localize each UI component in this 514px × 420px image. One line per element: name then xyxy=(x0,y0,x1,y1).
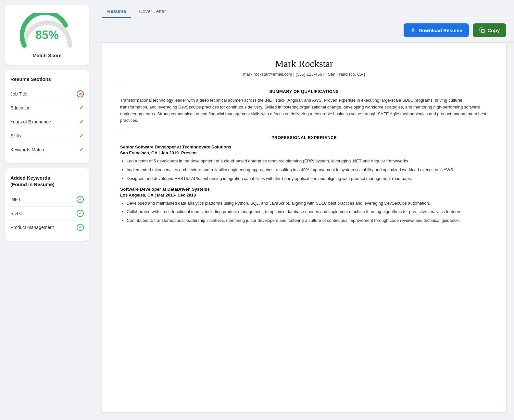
job-2-bullet-3: Contributed to transformational leadersh… xyxy=(127,217,488,224)
match-score-label: Match Score xyxy=(32,53,61,58)
tab-resume[interactable]: Resume xyxy=(102,5,131,18)
keyword-net-check: ✓ xyxy=(77,196,84,203)
education-pass-icon: ✓ xyxy=(79,104,84,111)
copy-icon xyxy=(479,27,485,33)
experience-pass-icon: ✓ xyxy=(79,118,84,125)
section-keywords-label: Keywords Match xyxy=(10,147,44,152)
job-1-title: Senior Software Developer at TechInnovat… xyxy=(120,145,488,149)
resume-sections-card: Resume Sections Job Title ✕ Education ✓ … xyxy=(5,70,89,163)
keywords-card-title: Added Keywords(Found in Resume) xyxy=(10,175,84,187)
download-resume-button[interactable]: Download Resume xyxy=(404,23,469,37)
keyword-sdlc-check: ✓ xyxy=(77,210,84,217)
tab-cover-letter[interactable]: Cover Letter xyxy=(134,5,171,18)
divider-3 xyxy=(120,128,488,128)
job-2-title: Software Developer at DataDriven Systems xyxy=(120,187,488,192)
job-1-bullet-1: Led a team of 5 developers in the develo… xyxy=(127,158,488,165)
summary-text: Transformational technology leader with … xyxy=(120,97,488,124)
job-title-fail-icon: ✕ xyxy=(77,90,84,97)
resume-contact: mark.rockstar@email.com | (555) 123-4567… xyxy=(120,72,488,77)
keyword-sdlc-label: SDLC xyxy=(10,211,22,216)
summary-section-title: SUMMARY OF QUALIFICATIONS xyxy=(120,89,488,94)
download-icon xyxy=(410,27,416,33)
skills-pass-icon: ✓ xyxy=(79,132,84,139)
resume-sections-title: Resume Sections xyxy=(10,76,84,82)
job-1-bullets: Led a team of 5 developers in the develo… xyxy=(120,158,488,182)
divider-2 xyxy=(120,85,488,85)
job-2-bullet-2: Collaborated with cross-functional teams… xyxy=(127,209,488,215)
job-2-bullet-1: Developed and maintained data analytics … xyxy=(127,200,488,207)
section-experience-label: Years of Experience xyxy=(10,119,51,124)
keywords-pass-icon: ✓ xyxy=(79,146,84,153)
svg-rect-0 xyxy=(481,30,484,33)
section-item-keywords: Keywords Match ✓ xyxy=(10,143,84,157)
section-item-skills: Skills ✓ xyxy=(10,129,84,143)
keyword-item-net: .NET ✓ xyxy=(10,193,84,207)
match-score-card: 85% Match Score xyxy=(5,5,89,65)
toolbar: Download Resume Copy xyxy=(94,18,514,43)
copy-button[interactable]: Copy xyxy=(473,23,507,37)
job-1-location: San Francisco, CA | Jan 2019- Present xyxy=(120,150,488,155)
job-1-bullet-2: Implemented microservices architecture a… xyxy=(127,167,488,173)
divider-1 xyxy=(120,82,488,82)
keyword-item-sdlc: SDLC ✓ xyxy=(10,207,84,221)
left-panel: 85% Match Score Resume Sections Job Titl… xyxy=(0,0,94,420)
job-1-bullet-3: Designed and developed RESTful APIs, enh… xyxy=(127,175,488,182)
divider-4 xyxy=(120,131,488,131)
section-job-title-label: Job Title xyxy=(10,91,27,96)
keyword-product-mgmt-check: ✓ xyxy=(77,224,84,231)
job-2-location: Los Angeles, CA | Mar 2015- Dec 2018 xyxy=(120,193,488,197)
job-2-bullets: Developed and maintained data analytics … xyxy=(120,200,488,224)
keyword-product-mgmt-label: Product management xyxy=(10,225,54,230)
keyword-net-label: .NET xyxy=(10,197,21,202)
resume-name: Mark Rockstar xyxy=(120,58,488,69)
keyword-item-product-mgmt: Product management ✓ xyxy=(10,221,84,234)
resume-document: Mark Rockstar mark.rockstar@email.com | … xyxy=(102,43,506,412)
experience-section-title: PROFESSIONAL EXPERIENCE xyxy=(120,135,488,140)
tabs-bar: Resume Cover Letter xyxy=(94,0,514,18)
section-item-experience: Years of Experience ✓ xyxy=(10,115,84,129)
section-skills-label: Skills xyxy=(10,133,21,138)
section-item-education: Education ✓ xyxy=(10,101,84,115)
section-item-job-title: Job Title ✕ xyxy=(10,87,84,101)
keywords-card: Added Keywords(Found in Resume) .NET ✓ S… xyxy=(5,168,89,241)
match-score-value: 85% xyxy=(35,28,59,42)
right-panel: Resume Cover Letter Download Resume Copy… xyxy=(94,0,514,420)
job-entry-1: Senior Software Developer at TechInnovat… xyxy=(120,145,488,182)
job-entry-2: Software Developer at DataDriven Systems… xyxy=(120,187,488,224)
gauge-chart: 85% xyxy=(18,13,76,49)
section-education-label: Education xyxy=(10,105,31,110)
